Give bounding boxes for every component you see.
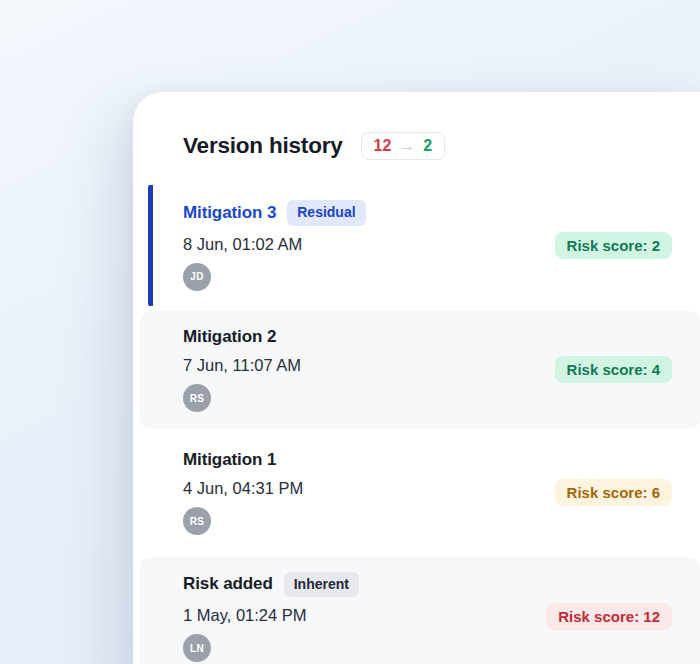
version-title-line: Risk added Inherent [183,572,359,598]
version-datetime: 1 May, 01:24 PM [183,606,359,625]
version-row-main: Mitigation 1 4 Jun, 04:31 PM RS [183,450,303,535]
version-list: Mitigation 3 Residual 8 Jun, 01:02 AM JD… [133,185,700,664]
avatar: LN [183,634,211,662]
version-title-line: Mitigation 1 [183,450,303,470]
version-title: Mitigation 2 [183,327,276,347]
risk-change-from: 12 [374,137,392,155]
version-datetime: 8 Jun, 01:02 AM [183,235,366,254]
page-title: Version history [183,133,343,159]
version-title: Mitigation 1 [183,450,276,470]
page-background: Version history 12 → 2 Mitigation 3 Resi… [0,0,700,664]
version-title: Mitigation 3 [183,203,276,223]
version-datetime: 4 Jun, 04:31 PM [183,479,303,498]
version-title-line: Mitigation 3 Residual [183,200,366,226]
version-row-main: Risk added Inherent 1 May, 01:24 PM LN [183,572,359,663]
version-title: Risk added [183,574,273,594]
risk-score-badge: Risk score: 4 [555,356,672,383]
version-row-mitigation-1[interactable]: Mitigation 1 4 Jun, 04:31 PM RS Risk sco… [140,434,700,552]
arrow-right-icon: → [399,137,415,155]
version-datetime: 7 Jun, 11:07 AM [183,356,301,375]
version-row-main: Mitigation 3 Residual 8 Jun, 01:02 AM JD [183,200,366,291]
risk-change-badge: 12 → 2 [361,132,446,160]
risk-score-badge: Risk score: 6 [555,479,672,506]
panel-header: Version history 12 → 2 [133,92,700,185]
version-row-mitigation-2[interactable]: Mitigation 2 7 Jun, 11:07 AM RS Risk sco… [140,311,700,429]
avatar: JD [183,263,211,291]
risk-change-to: 2 [423,137,432,155]
version-history-panel: Version history 12 → 2 Mitigation 3 Resi… [133,92,700,664]
version-row-mitigation-3[interactable]: Mitigation 3 Residual 8 Jun, 01:02 AM JD… [148,185,700,306]
risk-score-badge: Risk score: 12 [546,603,672,630]
version-title-line: Mitigation 2 [183,327,301,347]
risk-score-badge: Risk score: 2 [555,232,672,259]
version-row-risk-added[interactable]: Risk added Inherent 1 May, 01:24 PM LN R… [140,557,700,664]
version-type-tag: Inherent [284,572,359,598]
version-type-tag: Residual [287,200,365,226]
avatar: RS [183,384,211,412]
version-row-main: Mitigation 2 7 Jun, 11:07 AM RS [183,327,301,412]
avatar: RS [183,507,211,535]
